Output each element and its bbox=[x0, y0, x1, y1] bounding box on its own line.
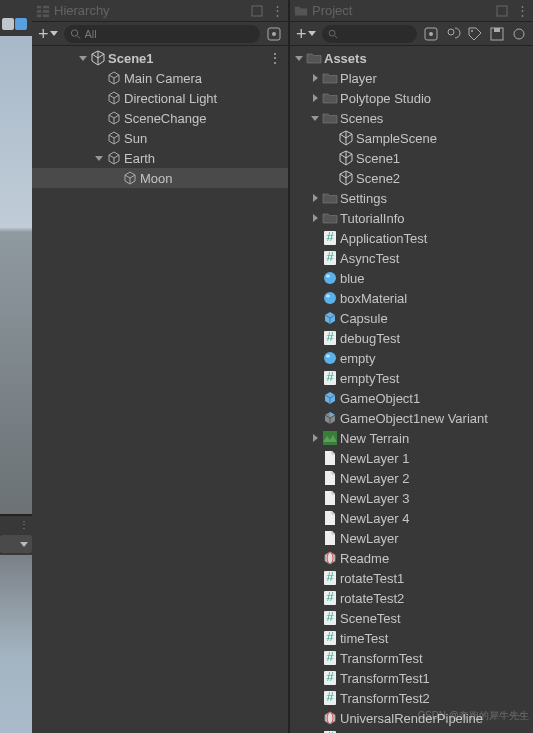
popout-icon[interactable] bbox=[251, 5, 263, 17]
fold-toggle bbox=[310, 693, 320, 703]
tree-row[interactable]: Polytope Studio bbox=[290, 88, 533, 108]
tree-row[interactable]: Settings bbox=[290, 188, 533, 208]
fold-toggle bbox=[310, 253, 320, 263]
file-icon bbox=[322, 530, 338, 546]
fold-toggle bbox=[94, 73, 104, 83]
fold-toggle[interactable] bbox=[310, 433, 320, 443]
search-icon bbox=[328, 28, 338, 40]
tree-row[interactable]: Player bbox=[290, 68, 533, 88]
tree-row[interactable]: NewLayer 1 bbox=[290, 448, 533, 468]
svg-text:#: # bbox=[326, 590, 334, 604]
tree-row[interactable]: empty bbox=[290, 348, 533, 368]
tree-item-label: Scene1 bbox=[108, 51, 154, 66]
filter-label-icon[interactable] bbox=[465, 25, 485, 43]
svg-text:#: # bbox=[326, 630, 334, 644]
tool-button[interactable] bbox=[2, 18, 14, 30]
search-input[interactable] bbox=[342, 28, 412, 40]
project-tabbar: Project ⋮ bbox=[290, 0, 533, 22]
tree-row[interactable]: Scene1⋮ bbox=[32, 48, 288, 68]
tree-row[interactable]: #ApplicationTest bbox=[290, 228, 533, 248]
tree-row[interactable]: Earth bbox=[32, 148, 288, 168]
tree-row[interactable]: SampleScene bbox=[290, 128, 533, 148]
svg-rect-11 bbox=[497, 6, 507, 16]
tree-item-label: Assets bbox=[324, 51, 367, 66]
filter-type-icon[interactable] bbox=[421, 25, 441, 43]
fold-toggle[interactable] bbox=[78, 53, 88, 63]
tree-row[interactable]: NewLayer 4 bbox=[290, 508, 533, 528]
tree-row[interactable]: Scene2 bbox=[290, 168, 533, 188]
filter-icon[interactable] bbox=[264, 25, 284, 43]
svg-text:(): () bbox=[326, 550, 335, 564]
tree-item-label: Moon bbox=[140, 171, 173, 186]
tree-item-label: boxMaterial bbox=[340, 291, 407, 306]
tree-item-label: SceneChange bbox=[124, 111, 206, 126]
fold-toggle bbox=[310, 593, 320, 603]
tab-menu-icon[interactable]: ⋮ bbox=[271, 3, 284, 18]
tree-row[interactable]: SceneChange bbox=[32, 108, 288, 128]
fold-toggle[interactable] bbox=[94, 153, 104, 163]
svg-point-31 bbox=[324, 352, 336, 364]
hidden-icon[interactable] bbox=[509, 25, 529, 43]
tree-row[interactable]: #TransformTest1 bbox=[290, 668, 533, 688]
svg-point-27 bbox=[324, 292, 336, 304]
svg-point-16 bbox=[448, 29, 454, 35]
tree-item-label: SceneTest bbox=[340, 611, 401, 626]
create-button[interactable]: + bbox=[36, 25, 60, 43]
tree-row[interactable]: #vectorTest1 bbox=[290, 728, 533, 733]
tree-row[interactable]: NewLayer bbox=[290, 528, 533, 548]
tree-row[interactable]: #TransformTest2 bbox=[290, 688, 533, 708]
save-icon[interactable] bbox=[487, 25, 507, 43]
tree-row[interactable]: Scene1 bbox=[290, 148, 533, 168]
tree-row[interactable]: #emptyTest bbox=[290, 368, 533, 388]
tree-row[interactable]: Sun bbox=[32, 128, 288, 148]
tab-menu-icon[interactable]: ⋮ bbox=[516, 3, 529, 18]
search-input[interactable] bbox=[85, 28, 254, 40]
tree-row[interactable]: #debugTest bbox=[290, 328, 533, 348]
tree-row[interactable]: blue bbox=[290, 268, 533, 288]
popout-icon[interactable] bbox=[496, 5, 508, 17]
svg-text:#: # bbox=[326, 250, 334, 264]
fold-toggle[interactable] bbox=[310, 93, 320, 103]
tree-row[interactable]: Directional Light bbox=[32, 88, 288, 108]
tree-row[interactable]: GameObject1new Variant bbox=[290, 408, 533, 428]
project-tab-label[interactable]: Project bbox=[312, 3, 352, 18]
tree-row[interactable]: ()Readme bbox=[290, 548, 533, 568]
panel-handle[interactable]: ⋮ bbox=[0, 516, 32, 532]
cs-icon: # bbox=[322, 650, 338, 666]
fold-toggle[interactable] bbox=[310, 113, 320, 123]
tree-row[interactable]: boxMaterial bbox=[290, 288, 533, 308]
tool-button-active[interactable] bbox=[15, 18, 27, 30]
tree-row[interactable]: Assets bbox=[290, 48, 533, 68]
tree-row[interactable]: #TransformTest bbox=[290, 648, 533, 668]
tree-row[interactable]: Scenes bbox=[290, 108, 533, 128]
tree-row[interactable]: #SceneTest bbox=[290, 608, 533, 628]
tree-row[interactable]: NewLayer 3 bbox=[290, 488, 533, 508]
hierarchy-search[interactable] bbox=[64, 25, 260, 43]
filter-asset-icon[interactable] bbox=[443, 25, 463, 43]
file-icon bbox=[322, 510, 338, 526]
tree-row[interactable]: Capsule bbox=[290, 308, 533, 328]
dropdown-button[interactable] bbox=[0, 535, 32, 553]
game-viewport[interactable] bbox=[0, 555, 32, 733]
tree-row[interactable]: Moon bbox=[32, 168, 288, 188]
tree-row[interactable]: GameObject1 bbox=[290, 388, 533, 408]
fold-toggle bbox=[310, 293, 320, 303]
tree-row[interactable]: #AsyncTest bbox=[290, 248, 533, 268]
tree-row[interactable]: TutorialInfo bbox=[290, 208, 533, 228]
fold-toggle[interactable] bbox=[310, 193, 320, 203]
tree-row[interactable]: Main Camera bbox=[32, 68, 288, 88]
tree-row[interactable]: #rotateTest2 bbox=[290, 588, 533, 608]
fold-toggle[interactable] bbox=[310, 213, 320, 223]
tree-row[interactable]: NewLayer 2 bbox=[290, 468, 533, 488]
hierarchy-tab-label[interactable]: Hierarchy bbox=[54, 3, 110, 18]
fold-toggle bbox=[310, 573, 320, 583]
tree-row[interactable]: #rotateTest1 bbox=[290, 568, 533, 588]
tree-row[interactable]: New Terrain bbox=[290, 428, 533, 448]
tree-row[interactable]: #timeTest bbox=[290, 628, 533, 648]
fold-toggle[interactable] bbox=[310, 73, 320, 83]
create-button[interactable]: + bbox=[294, 25, 318, 43]
item-menu-icon[interactable]: ⋮ bbox=[268, 50, 282, 66]
fold-toggle[interactable] bbox=[294, 53, 304, 63]
project-search[interactable] bbox=[322, 25, 417, 43]
scene-viewport[interactable] bbox=[0, 36, 32, 516]
